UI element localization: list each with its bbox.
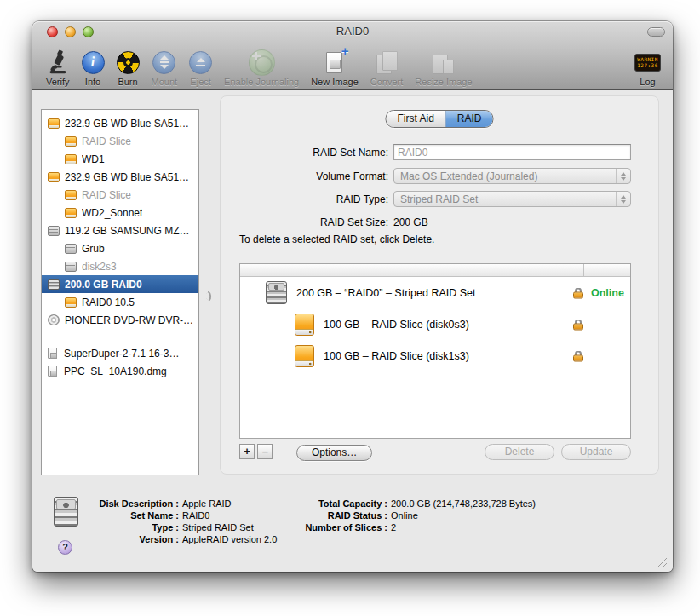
volume-format-popup[interactable]: Mac OS Extended (Journaled)	[393, 168, 631, 184]
sidebar-item[interactable]: 232.9 GB WD Blue SA51…	[42, 114, 198, 132]
resize-image-button[interactable]: Resize Image	[415, 43, 472, 87]
info-value: 200.0 GB (214,748,233,728 Bytes)	[391, 498, 536, 509]
info-value: Online	[391, 510, 418, 521]
info-row: Type : Striped RAID Set	[83, 521, 277, 533]
options-button[interactable]: Options…	[296, 445, 372, 461]
volume-format-label: Volume Format:	[221, 170, 388, 182]
title-bar[interactable]: RAID0	[32, 21, 673, 41]
status-badge: Online	[591, 287, 624, 299]
enable-journaling-button[interactable]: Enable Journaling	[224, 43, 299, 87]
verify-button[interactable]: Verify	[46, 43, 70, 87]
raid-set-list: 200 GB – “RAID0” – Striped RAID Set Onli…	[239, 263, 631, 439]
sidebar-item-label: SuperDuper-2-7.1 16-3…	[64, 348, 179, 360]
raid-set-size-row: RAID Set Size: 200 GB	[221, 214, 631, 230]
raid-list-row[interactable]: 100 GB – RAID Slice (disk1s3)	[240, 340, 630, 371]
disk-utility-window: RAID0	[32, 21, 673, 572]
burn-button[interactable]: Burn	[117, 43, 140, 87]
sidebar-item[interactable]: WD2_Sonnet	[42, 204, 198, 222]
raid-set-size-label: RAID Set Size:	[221, 216, 388, 228]
info-row: RAID Status : Online	[252, 509, 536, 521]
tab-bar: First Aid RAID	[385, 110, 493, 128]
convert-button[interactable]: Convert	[370, 43, 404, 87]
tab-first-aid[interactable]: First Aid	[386, 111, 445, 127]
sidebar-item[interactable]: PIONEER DVD-RW DVR-…	[42, 311, 198, 329]
window-resize-grip[interactable]	[656, 556, 667, 567]
raid-row-label: 200 GB – “RAID0” – Striped RAID Set	[296, 287, 476, 299]
pane-splitter-handle[interactable]	[204, 291, 215, 302]
add-slice-button[interactable]: +	[239, 444, 255, 459]
delete-button[interactable]: Delete	[485, 444, 554, 460]
sidebar-item[interactable]: SuperDuper-2-7.1 16-3…	[42, 344, 198, 362]
raid-list-header	[240, 264, 630, 277]
verify-microscope-icon	[47, 49, 69, 76]
sidebar-item[interactable]: RAID0 10.5	[42, 293, 198, 311]
sidebar-item[interactable]: WD1	[42, 150, 198, 168]
sidebar-item-label: Grub	[82, 243, 105, 255]
window-content: 232.9 GB WD Blue SA51… RAID Slice WD1	[32, 90, 673, 572]
eject-icon	[189, 49, 212, 76]
info-row: Version : AppleRAID version 2.0	[83, 533, 277, 545]
sidebar-item[interactable]: RAID Slice	[42, 186, 198, 204]
mount-label: Mount	[152, 77, 178, 87]
convert-icon	[376, 49, 399, 76]
device-sidebar: 232.9 GB WD Blue SA51… RAID Slice WD1	[41, 109, 199, 475]
sidebar-item[interactable]: 119.2 GB SAMSUNG MZ…	[42, 222, 198, 239]
sidebar-item[interactable]: PPC_SL_10A190.dmg	[42, 362, 198, 380]
disk-image-icon	[48, 348, 57, 359]
raid-disk-icon	[54, 497, 78, 527]
orange-drive-icon	[65, 208, 77, 218]
info-icon: i	[82, 49, 105, 76]
tab-raid[interactable]: RAID	[445, 111, 493, 127]
raid-list-row[interactable]: 200 GB – “RAID0” – Striped RAID Set Onli…	[240, 277, 630, 308]
raid-set-name-row: RAID Set Name:	[221, 144, 631, 160]
eject-button[interactable]: Eject	[189, 43, 212, 87]
info-row: Total Capacity : 200.0 GB (214,748,233,7…	[252, 498, 536, 509]
info-label: Version :	[83, 534, 179, 544]
enable-journaling-label: Enable Journaling	[224, 77, 299, 87]
sidebar-item[interactable]: RAID Slice	[42, 132, 198, 150]
update-button[interactable]: Update	[561, 444, 631, 460]
raid-list-rows: 200 GB – “RAID0” – Striped RAID Set Onli…	[240, 277, 630, 371]
info-row: Disk Description : Apple RAID	[83, 498, 277, 509]
window-header: RAID0	[32, 21, 673, 90]
sidebar-item-label: 232.9 GB WD Blue SA51…	[65, 171, 189, 183]
new-image-button[interactable]: + New Image	[311, 43, 359, 87]
toolbar-toggle-button[interactable]	[647, 27, 665, 37]
raid-set-name-label: RAID Set Name:	[221, 147, 388, 158]
sidebar-item[interactable]: Grub	[42, 239, 198, 257]
info-row: Set Name : RAID0	[83, 509, 277, 521]
journaling-disc-icon	[249, 49, 275, 76]
volume-format-value: Mac OS Extended (Journaled)	[400, 170, 537, 182]
sidebar-item[interactable]: 232.9 GB WD Blue SA51…	[42, 168, 198, 186]
sidebar-item-label: RAID Slice	[82, 189, 131, 201]
help-button[interactable]: ?	[58, 540, 72, 555]
raid-set-name-input[interactable]	[393, 144, 631, 160]
raid-type-value: Striped RAID Set	[400, 193, 478, 205]
resize-image-label: Resize Image	[415, 77, 472, 87]
raid-type-label: RAID Type:	[221, 193, 388, 205]
raid-list-row[interactable]: 100 GB – RAID Slice (disk0s3)	[240, 308, 630, 340]
sidebar-item-label: RAID Slice	[82, 135, 131, 147]
log-button[interactable]: WARNIN 127:36 Log	[634, 43, 661, 87]
raid-panel: First Aid RAID RAID Set Name: Volume For…	[220, 95, 659, 475]
orange-drive-icon	[65, 297, 77, 308]
sidebar-item[interactable]: disk2s3	[42, 257, 198, 275]
mount-icon	[152, 49, 175, 76]
log-label: Log	[640, 77, 655, 87]
popup-stepper-icon	[616, 169, 630, 183]
info-label: Number of Slices :	[252, 522, 387, 533]
gray-drive-icon	[48, 226, 60, 236]
sidebar-item-label: 232.9 GB WD Blue SA51…	[65, 118, 189, 130]
sidebar-item-label: WD1	[82, 153, 105, 165]
verify-label: Verify	[46, 77, 70, 87]
orange-drive-icon	[48, 172, 60, 182]
eject-label: Eject	[190, 77, 210, 87]
remove-slice-button[interactable]: –	[257, 444, 273, 459]
window-title: RAID0	[32, 25, 673, 37]
new-image-label: New Image	[311, 77, 359, 87]
info-button[interactable]: i Info	[82, 43, 105, 87]
info-value: Striped RAID Set	[182, 522, 254, 533]
raid-type-popup[interactable]: Striped RAID Set	[393, 191, 631, 207]
mount-button[interactable]: Mount	[152, 43, 178, 87]
sidebar-item[interactable]: 200.0 GB RAID0	[42, 275, 198, 293]
